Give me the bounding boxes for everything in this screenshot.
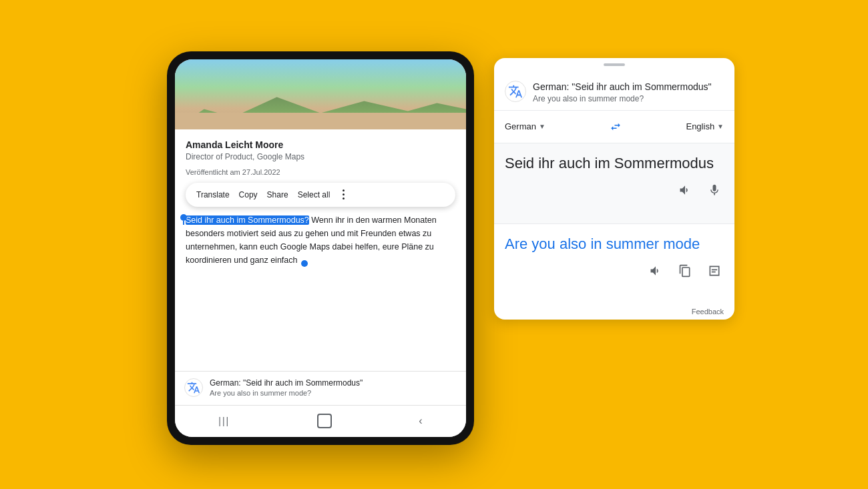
speaker-icon-target [649, 264, 662, 278]
publish-date: Veröffentlicht am 27.Jul.2022 [186, 168, 455, 176]
handle-dot-left [180, 214, 187, 221]
dot2 [343, 193, 345, 195]
expand-icon [708, 264, 721, 278]
source-text-section: Seid ihr auch im Sommermodus [494, 143, 734, 223]
dot1 [343, 189, 345, 191]
swap-languages-button[interactable] [605, 116, 626, 137]
swap-icon [610, 121, 622, 133]
nav-lines-icon[interactable]: ||| [218, 416, 230, 426]
translate-popup-tablet-content: German: "Seid ihr auch im Sommermodus" A… [210, 378, 363, 397]
translate-card-title: German: "Seid ihr auch im Sommermodus" [533, 81, 711, 93]
translate-card: German: "Seid ihr auch im Sommermodus" A… [494, 58, 734, 320]
hero-image [175, 59, 466, 129]
target-text: Are you also in summer mode [505, 235, 724, 254]
feedback-label[interactable]: Feedback [494, 304, 734, 320]
copy-icon-target [678, 264, 692, 278]
selected-text: Seid ihr auch im Sommermodus? [186, 215, 309, 225]
translate-popup-title: German: "Seid ihr auch im Sommermodus" [210, 378, 363, 388]
target-language-label: English [686, 121, 714, 131]
select-all-button[interactable]: Select all [295, 189, 333, 201]
translate-card-header: German: "Seid ihr auch im Sommermodus" A… [494, 71, 734, 111]
mic-icon [708, 183, 721, 197]
translate-button[interactable]: Translate [194, 189, 232, 201]
selection-handle-left [180, 215, 187, 225]
target-language-button[interactable]: English ▼ [686, 121, 724, 131]
selection-handle-right [301, 260, 308, 267]
target-actions [505, 262, 724, 280]
source-actions [505, 181, 724, 199]
target-language-chevron: ▼ [717, 123, 724, 130]
share-button[interactable]: Share [264, 189, 291, 201]
target-copy-button[interactable] [676, 262, 694, 280]
source-language-button[interactable]: German ▼ [505, 121, 546, 131]
tablet-nav: ||| ‹ [175, 405, 466, 437]
translate-card-subtitle: Are you also in summer mode? [533, 94, 711, 103]
more-options-button[interactable] [337, 188, 350, 201]
speaker-icon-source [678, 183, 692, 197]
target-expand-button[interactable] [705, 262, 724, 280]
tablet-device: Amanda Leicht Moore Director of Product,… [167, 51, 474, 445]
source-mic-button[interactable] [705, 181, 724, 199]
selection-toolbar: Translate Copy Share Select all [186, 183, 455, 207]
nav-back-icon[interactable]: ‹ [419, 415, 422, 427]
language-bar: German ▼ English ▼ [494, 111, 734, 143]
source-language-chevron: ▼ [539, 123, 546, 130]
google-translate-logo-card [505, 81, 526, 102]
tablet-screen: Amanda Leicht Moore Director of Product,… [175, 59, 466, 437]
copy-button[interactable]: Copy [236, 189, 260, 201]
source-language-label: German [505, 121, 536, 131]
drag-handle-area [494, 58, 734, 71]
scene: Amanda Leicht Moore Director of Product,… [134, 38, 734, 452]
translate-popup-subtitle: Are you also in summer mode? [210, 389, 363, 397]
translate-popup-tablet: German: "Seid ihr auch im Sommermodus" A… [175, 371, 466, 404]
target-speaker-button[interactable] [646, 262, 665, 280]
gt-logo-svg [187, 381, 200, 394]
source-text: Seid ihr auch im Sommermodus [505, 154, 724, 173]
drag-handle [604, 63, 625, 66]
gt-card-logo-svg [508, 84, 523, 99]
article-text: Seid ihr auch im Sommermodus? Wenn ihr i… [186, 213, 455, 267]
sand [175, 113, 466, 129]
translate-card-header-text: German: "Seid ihr auch im Sommermodus" A… [533, 81, 711, 103]
google-translate-logo-tablet [184, 378, 203, 397]
target-text-section: Are you also in summer mode [494, 223, 734, 304]
author-title: Director of Product, Google Maps [186, 152, 455, 161]
nav-home-icon[interactable] [317, 414, 332, 428]
handle-line-left [183, 221, 184, 225]
source-speaker-button[interactable] [676, 181, 694, 199]
author-name: Amanda Leicht Moore [186, 139, 455, 151]
dot3 [343, 197, 345, 199]
tablet-content: Amanda Leicht Moore Director of Product,… [175, 129, 466, 405]
